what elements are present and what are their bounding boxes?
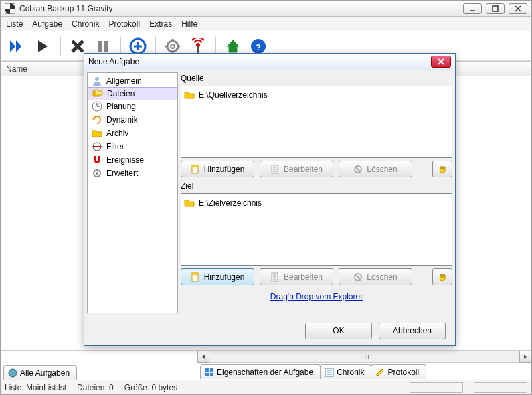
scroll-grip-icon: ııı xyxy=(365,353,370,360)
svg-line-54 xyxy=(355,274,361,280)
globe-icon xyxy=(8,368,17,378)
dialog-new-task: Neue Aufgabe Allgemein Dateien Planung D… xyxy=(84,53,456,346)
tab-all-tasks[interactable]: Alle Aufgaben xyxy=(3,365,77,380)
svg-rect-6 xyxy=(104,41,108,52)
tab-protokoll[interactable]: Protokoll xyxy=(371,364,426,379)
menu-extras[interactable]: Extras xyxy=(149,19,172,29)
status-size: Größe: 0 bytes xyxy=(124,383,177,392)
separator-icon xyxy=(60,36,61,56)
play-icon[interactable] xyxy=(33,36,53,56)
list-item[interactable]: E:\Zielverzeichnis xyxy=(184,197,449,209)
svg-rect-48 xyxy=(192,273,198,275)
scroll-left-icon[interactable] xyxy=(197,351,209,363)
drag-drop-link[interactable]: Drag'n Drop vom Explorer xyxy=(181,292,452,301)
sidebar-item-advanced[interactable]: Erweitert xyxy=(88,167,177,180)
refresh-icon xyxy=(92,114,102,125)
tab-chronik[interactable]: Chronik xyxy=(320,364,371,379)
folder-icon xyxy=(92,128,102,139)
sidebar-item-label: Dateien xyxy=(107,89,135,98)
dest-label: Ziel xyxy=(181,181,452,191)
menu-chronik[interactable]: Chronik xyxy=(72,19,99,29)
page-icon xyxy=(191,165,200,174)
svg-point-10 xyxy=(167,41,178,52)
page-icon xyxy=(191,272,200,282)
source-drag-button[interactable] xyxy=(432,161,452,177)
pencil-icon xyxy=(375,368,385,377)
disc-icon xyxy=(92,141,102,152)
close-button[interactable] xyxy=(509,3,527,14)
svg-rect-22 xyxy=(210,368,213,372)
folder-icon xyxy=(184,90,195,100)
svg-line-46 xyxy=(355,167,361,172)
dialog-close-button[interactable] xyxy=(431,56,451,68)
status-box-2 xyxy=(474,382,527,393)
menubar: Liste Aufgabe Chronik Protokoll Extras H… xyxy=(1,17,531,31)
minimize-button[interactable] xyxy=(463,3,482,14)
menu-hilfe[interactable]: Hilfe xyxy=(181,19,197,29)
sidebar-item-label: Filter xyxy=(106,142,124,151)
svg-rect-2 xyxy=(493,6,498,11)
edit-icon xyxy=(270,165,280,174)
button-label: Bearbeiten xyxy=(284,272,323,282)
sidebar-item-general[interactable]: Allgemein xyxy=(88,74,177,88)
sidebar-item-label: Erweitert xyxy=(106,169,138,178)
dest-add-button[interactable]: Hinzufügen xyxy=(181,268,254,285)
list-item[interactable]: E:\Quellverzeichnis xyxy=(184,89,449,101)
sidebar-item-files[interactable]: Dateien xyxy=(88,87,177,100)
cancel-button[interactable]: Abbrechen xyxy=(379,323,446,339)
tab-label: Chronik xyxy=(337,368,364,377)
menu-protokoll[interactable]: Protokoll xyxy=(108,19,140,29)
scroll-right-icon[interactable] xyxy=(519,351,531,363)
dest-listbox[interactable]: E:\Zielverzeichnis xyxy=(181,193,452,266)
maximize-button[interactable] xyxy=(486,3,505,14)
svg-rect-36 xyxy=(93,146,101,147)
sidebar-item-dynamics[interactable]: Dynamik xyxy=(88,113,177,127)
source-delete-button[interactable]: Löschen xyxy=(339,161,412,177)
status-list: Liste: MainList.lst xyxy=(5,383,66,392)
sidebar-item-schedule[interactable]: Planung xyxy=(88,100,177,113)
dest-drag-button[interactable] xyxy=(432,268,452,285)
source-label: Quelle xyxy=(181,74,452,83)
button-label: Hinzufügen xyxy=(204,272,245,282)
hand-icon xyxy=(438,165,447,174)
magnet-icon xyxy=(92,155,102,165)
dialog-titlebar: Neue Aufgabe xyxy=(84,54,455,70)
tab-properties[interactable]: Eigenschaften der Aufgabe xyxy=(200,364,321,379)
dialog-panel: Quelle E:\Quellverzeichnis Hinzufügen Be… xyxy=(181,72,452,313)
status-box-1 xyxy=(410,382,463,393)
menu-liste[interactable]: Liste xyxy=(6,19,23,29)
menu-aufgabe[interactable]: Aufgabe xyxy=(32,19,62,29)
hand-icon xyxy=(438,272,447,282)
svg-text:?: ? xyxy=(256,43,260,52)
source-add-button[interactable]: Hinzufügen xyxy=(181,161,254,177)
svg-point-20 xyxy=(9,369,17,377)
sidebar-item-label: Dynamik xyxy=(106,115,138,125)
sidebar-item-events[interactable]: Ereignisse xyxy=(88,153,177,167)
dialog-sidebar: Allgemein Dateien Planung Dynamik Archiv… xyxy=(87,72,178,313)
sidebar-item-label: Allgemein xyxy=(106,76,142,86)
sidebar-item-label: Ereignisse xyxy=(106,155,144,165)
sidebar-item-archive[interactable]: Archiv xyxy=(88,127,177,140)
button-label: Löschen xyxy=(367,272,397,282)
source-listbox[interactable]: E:\Quellverzeichnis xyxy=(181,86,452,158)
button-label: Abbrechen xyxy=(393,326,432,335)
horizontal-scrollbar[interactable]: ııı xyxy=(197,351,531,363)
edit-icon xyxy=(270,272,280,282)
ok-button[interactable]: OK xyxy=(305,323,372,339)
list-icon xyxy=(325,368,334,377)
sidebar-item-filter[interactable]: Filter xyxy=(88,140,177,153)
svg-rect-23 xyxy=(205,373,209,376)
svg-point-38 xyxy=(96,172,98,175)
tab-label: Alle Aufgaben xyxy=(20,368,70,378)
source-edit-button[interactable]: Bearbeiten xyxy=(260,161,333,177)
tab-label: Protokoll xyxy=(387,368,419,377)
delete-icon xyxy=(353,272,363,282)
dest-edit-button[interactable]: Bearbeiten xyxy=(260,268,333,285)
play-all-icon[interactable] xyxy=(7,36,27,56)
button-label: OK xyxy=(333,326,344,335)
tab-label: Eigenschaften der Aufgabe xyxy=(217,368,313,377)
dest-delete-button[interactable]: Löschen xyxy=(339,268,412,285)
svg-point-11 xyxy=(171,44,175,48)
delete-icon xyxy=(353,165,363,174)
folder-icon xyxy=(184,198,195,208)
